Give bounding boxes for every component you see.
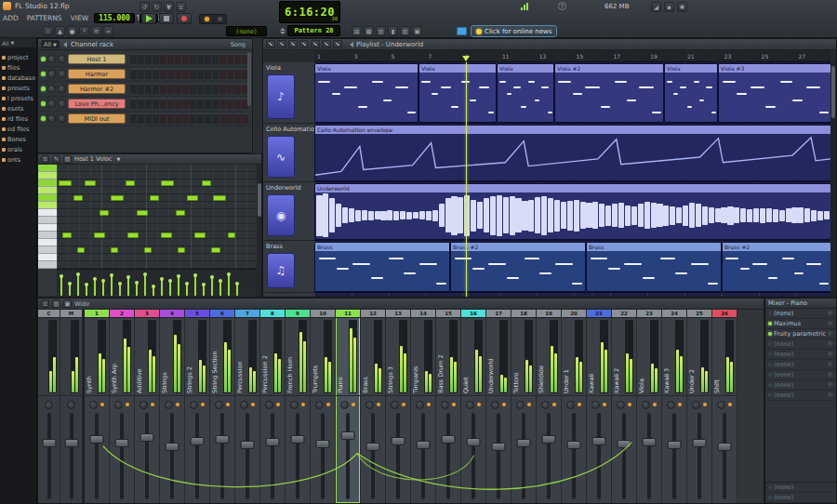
browser-item[interactable]: presets bbox=[0, 83, 36, 93]
fx-enable-led[interactable] bbox=[768, 332, 772, 336]
strip-number[interactable]: 4 bbox=[160, 310, 184, 318]
pan-knob[interactable] bbox=[45, 401, 53, 409]
pan-knob[interactable] bbox=[591, 401, 600, 409]
step-cell[interactable] bbox=[219, 113, 226, 124]
fader-handle[interactable] bbox=[241, 441, 255, 449]
channel-button[interactable]: Harmor #2 bbox=[68, 84, 126, 94]
step-cell[interactable] bbox=[130, 113, 137, 124]
velocity-bar[interactable] bbox=[111, 275, 113, 296]
fader-handle[interactable] bbox=[291, 435, 305, 444]
step-cell[interactable] bbox=[130, 84, 137, 94]
step-cell[interactable] bbox=[145, 54, 152, 64]
step-cell[interactable] bbox=[130, 99, 137, 109]
step-cell[interactable] bbox=[167, 99, 174, 109]
help-icon[interactable]: ? bbox=[558, 2, 566, 10]
mixer-strip-21[interactable]: 21Kawaii bbox=[587, 310, 612, 503]
select-tool-icon[interactable] bbox=[266, 40, 275, 48]
velocity-bar[interactable] bbox=[186, 284, 188, 296]
fader[interactable] bbox=[537, 411, 561, 501]
pan-knob[interactable] bbox=[265, 401, 273, 409]
playhead[interactable] bbox=[466, 62, 467, 297]
note[interactable] bbox=[178, 247, 185, 253]
mute-led[interactable] bbox=[226, 403, 230, 406]
mixer-strip-25[interactable]: 25Under 2 bbox=[687, 310, 712, 503]
fader[interactable] bbox=[662, 411, 686, 501]
mixer-menu-icon[interactable]: ≡ bbox=[41, 299, 49, 308]
velocity-bar[interactable] bbox=[119, 284, 121, 296]
mute-led[interactable] bbox=[100, 403, 104, 406]
mute-led[interactable] bbox=[452, 403, 456, 406]
fader-handle[interactable] bbox=[366, 443, 380, 451]
mixer-strip-23[interactable]: 23Viola bbox=[637, 310, 662, 503]
mixer-strip-24[interactable]: 24Kawaii 3 bbox=[662, 310, 687, 503]
pan-knob[interactable] bbox=[47, 55, 56, 63]
fader[interactable] bbox=[436, 411, 460, 501]
step-cell[interactable] bbox=[145, 99, 152, 109]
step-cell[interactable] bbox=[167, 69, 174, 79]
strip-number[interactable]: 1 bbox=[85, 310, 109, 318]
fader[interactable] bbox=[235, 411, 259, 501]
browser-header[interactable]: All ▼ bbox=[0, 38, 36, 47]
fx-slot[interactable]: (none) bbox=[765, 339, 836, 350]
browser-item[interactable]: Bones bbox=[0, 134, 36, 144]
mixer-window-icon[interactable]: ▮ bbox=[388, 26, 398, 36]
fader[interactable] bbox=[612, 411, 636, 501]
step-cell[interactable] bbox=[205, 54, 211, 64]
track-lane[interactable]: Cello Automation envelope bbox=[314, 124, 830, 182]
note[interactable] bbox=[127, 232, 139, 238]
pan-knob[interactable] bbox=[642, 401, 650, 409]
step-edit-icon[interactable]: ≋ bbox=[91, 26, 101, 36]
mixer-layout-icon[interactable]: ▥ bbox=[52, 299, 60, 308]
volume-icon[interactable]: ◢ bbox=[651, 2, 661, 12]
note[interactable] bbox=[100, 210, 109, 216]
master-strip-M[interactable]: M bbox=[60, 310, 83, 503]
step-cell[interactable] bbox=[138, 113, 144, 124]
piano-key[interactable] bbox=[38, 246, 57, 254]
mixer-strip-15[interactable]: 15Bass Drum 2 bbox=[436, 310, 461, 503]
channel-rack-window-icon[interactable]: ▥ bbox=[376, 26, 386, 36]
note[interactable] bbox=[161, 232, 172, 238]
piano-key[interactable] bbox=[38, 217, 57, 224]
note[interactable] bbox=[202, 180, 211, 186]
save-icon[interactable]: ▼ bbox=[164, 2, 174, 12]
mixer-strip-16[interactable]: 16Quiet bbox=[461, 310, 486, 503]
fader[interactable] bbox=[687, 411, 711, 501]
pan-knob[interactable] bbox=[47, 114, 56, 123]
track-header[interactable]: Brass♫ bbox=[263, 241, 314, 293]
velocity-bar[interactable] bbox=[219, 281, 221, 296]
velocity-bar[interactable] bbox=[236, 284, 238, 296]
step-cell[interactable] bbox=[190, 54, 196, 64]
step-cell[interactable] bbox=[212, 99, 219, 109]
pan-knob[interactable] bbox=[89, 401, 98, 409]
pan-knob[interactable] bbox=[466, 401, 474, 409]
step-cell[interactable] bbox=[190, 69, 196, 79]
fader[interactable] bbox=[486, 411, 511, 501]
fader-handle[interactable] bbox=[417, 441, 431, 449]
note[interactable] bbox=[59, 180, 72, 186]
velocity-bar[interactable] bbox=[136, 283, 138, 296]
pan-knob[interactable] bbox=[47, 99, 56, 108]
step-cell[interactable] bbox=[167, 54, 174, 64]
fader-handle[interactable] bbox=[216, 435, 230, 444]
step-cell[interactable] bbox=[190, 99, 196, 109]
pan-knob[interactable] bbox=[541, 401, 550, 409]
step-cell[interactable] bbox=[234, 69, 241, 79]
fx-slot[interactable]: Maximus bbox=[765, 319, 836, 329]
undo-icon[interactable]: ↺ bbox=[140, 2, 150, 12]
note[interactable] bbox=[77, 247, 85, 253]
step-cell[interactable] bbox=[153, 69, 159, 79]
velocity-bar[interactable] bbox=[69, 284, 71, 296]
piano-key[interactable] bbox=[38, 179, 57, 187]
strip-number[interactable]: 17 bbox=[486, 310, 511, 318]
mute-led[interactable] bbox=[603, 403, 606, 406]
tempo-display[interactable]: 115.000 bbox=[94, 13, 135, 23]
strip-number[interactable]: 26 bbox=[712, 310, 737, 318]
volume-knob[interactable] bbox=[58, 70, 66, 78]
browser-item[interactable]: orals bbox=[0, 144, 36, 154]
step-cell[interactable] bbox=[130, 69, 137, 79]
step-cell[interactable] bbox=[167, 113, 174, 124]
mute-led[interactable] bbox=[402, 403, 405, 406]
fader-handle[interactable] bbox=[668, 441, 682, 449]
fx-mix-knob[interactable] bbox=[828, 331, 833, 337]
fx-mix-knob[interactable] bbox=[828, 321, 833, 326]
